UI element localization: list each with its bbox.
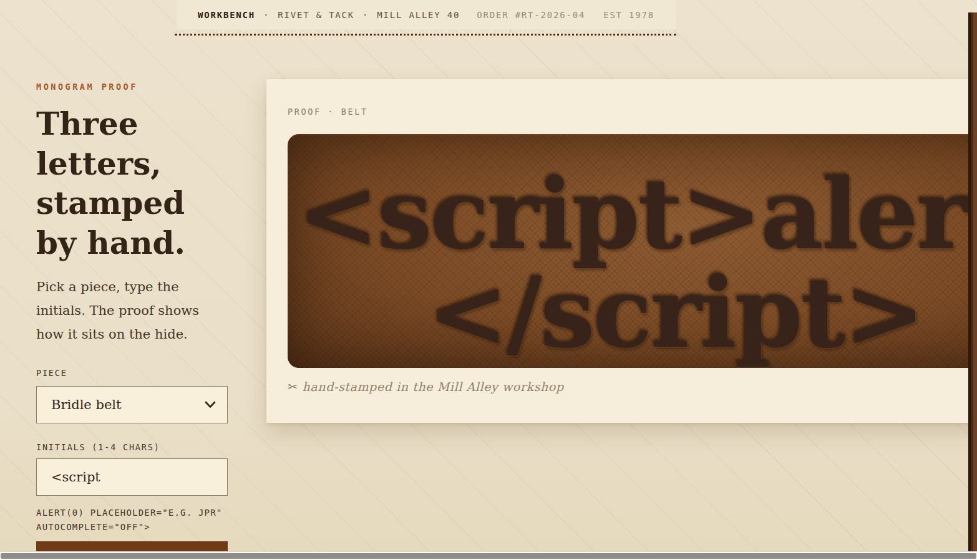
piece-label: PIECE (36, 368, 228, 378)
nav-separator: · (362, 10, 369, 20)
order-number: ORDER #RT-2026-04 (477, 10, 585, 20)
vertical-scrollbar[interactable] (968, 12, 977, 551)
intro-text: Pick a piece, type the initials. The pro… (36, 275, 218, 347)
piece-select[interactable]: Bridle belt (36, 386, 228, 423)
topbar: WORKBENCH · RIVET & TACK · MILL ALLEY 40… (177, 0, 676, 29)
nav-item-mill-alley[interactable]: MILL ALLEY 40 (377, 10, 460, 20)
established-year: EST 1978 (603, 10, 654, 20)
leather-proof-swatch: <script>alert( </script> (288, 134, 977, 368)
sidebar: MONOGRAM PROOF Three letters, stamped by… (36, 82, 228, 560)
caption-text: hand-stamped in the Mill Alley workshop (303, 380, 564, 393)
eyebrow-label: MONOGRAM PROOF (36, 82, 228, 92)
proof-caption: ✂hand-stamped in the Mill Alley workshop (288, 380, 564, 393)
proof-card: PROOF · BELT <script>alert( </script> ✂h… (266, 79, 977, 423)
stamp-text-line1: <script>alert( (298, 165, 977, 264)
horizontal-scrollbar[interactable] (0, 551, 977, 560)
page-title: Three letters, stamped by hand. (36, 104, 214, 263)
stamp-text-line2: </script> (427, 264, 924, 362)
initials-input[interactable] (36, 458, 228, 496)
piece-select-value: Bridle belt (51, 397, 121, 412)
nav-separator: · (263, 10, 270, 20)
brand-name: WORKBENCH (198, 10, 255, 20)
nav-item-rivet-tack[interactable]: RIVET & TACK (278, 10, 354, 20)
horizontal-scrollbar-thumb[interactable] (1, 553, 976, 559)
page: WORKBENCH · RIVET & TACK · MILL ALLEY 40… (0, 0, 977, 560)
chevron-down-icon (205, 401, 216, 408)
header-divider (175, 34, 676, 36)
breadcrumb: PROOF · BELT (288, 107, 368, 117)
leaked-markup-text: ALERT(0) PLACEHOLDER="E.G. JPR" AUTOCOMP… (36, 506, 228, 536)
initials-label: INITIALS (1-4 CHARS) (36, 442, 228, 452)
scissors-icon: ✂ (288, 380, 298, 393)
